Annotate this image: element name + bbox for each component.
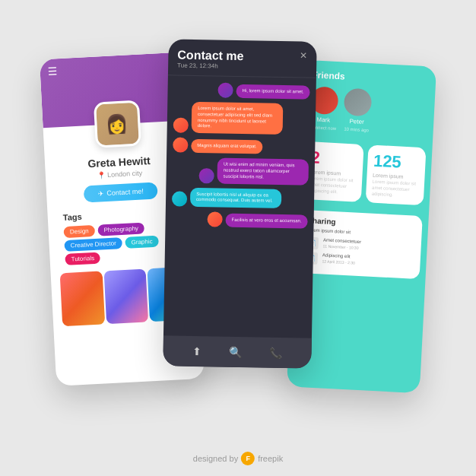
stat-desc-1: Lorem ipsum dolor sit amet consectetuer … — [309, 176, 356, 196]
sharing-text-2: Adipiscing elit 12 April 2013 - 2:30 — [322, 253, 355, 265]
msg-avatar-5 — [172, 192, 187, 207]
chat-date: Tue 23, 12:34h — [177, 62, 307, 71]
bubble-2: Lorem ipsum dolor sit amet, consectetuer… — [192, 102, 284, 135]
chat-messages: Hi, lorem ipsum dolor sit amet. Lorem ip… — [163, 75, 316, 336]
bubble-4: Ut wisi enim ad minim veniam, quis nostr… — [217, 158, 309, 185]
stat-desc-2: Lorem ipsum dolor sit amet consectetuer … — [372, 179, 419, 200]
avatar-image: 👩 — [96, 103, 139, 146]
friend-name-mark: Mark — [316, 116, 330, 124]
msg-avatar-3 — [173, 138, 188, 153]
friend-avatar-peter — [344, 88, 373, 117]
send-icon: ✈ — [97, 189, 104, 197]
photo-2 — [103, 268, 148, 324]
bubble-1: Hi, lorem ipsum dolor sit amet. — [236, 84, 309, 99]
search-icon[interactable]: 🔍 — [229, 346, 242, 358]
stats-header: Friends Mark Connect now Peter 10 mins a… — [300, 60, 436, 142]
friend-peter: Peter 10 mins ago — [343, 88, 373, 133]
bubble-6: Facilisis at vero eros et accumsan. — [225, 214, 307, 229]
stat-number-1: 2 — [310, 148, 357, 170]
chat-footer: ⬆ 🔍 📞 — [163, 335, 312, 368]
sharing-section: Sharing Lorem ipsum dolor sit 📄 Amet con… — [299, 210, 423, 279]
msg-received-1: Lorem ipsum dolor sit amet, consectetuer… — [173, 101, 310, 135]
msg-sent-1: Hi, lorem ipsum dolor sit amet. — [173, 81, 309, 99]
scene: ☰ ✕ 👩 Greta Hewitt 📍 London city ✈ Conta… — [25, 25, 451, 451]
brand-name: freepik — [258, 454, 283, 463]
msg-sent-3: Facilisis at vero eros et accumsan. — [171, 211, 307, 229]
friends-row: Mark Connect now Peter 10 mins ago — [309, 86, 427, 135]
tag-tutorials[interactable]: Tutorials — [65, 252, 100, 265]
chat-header: Contact me Tue 23, 12:34h ✕ — [168, 39, 317, 78]
tag-creative-director[interactable]: Creative Director — [64, 237, 122, 252]
designed-by-text: designed by — [193, 454, 238, 463]
tag-graphic[interactable]: Graphic — [125, 236, 159, 249]
chat-card: Contact me Tue 23, 12:34h ✕ Hi, lorem ip… — [163, 39, 316, 368]
msg-avatar-4 — [198, 168, 214, 183]
sharing-text-1: Amet consectetuer 11 November - 10:30 — [322, 238, 361, 250]
tag-photography[interactable]: Photography — [97, 222, 144, 236]
location-icon: 📍 — [97, 171, 106, 179]
tags-title: Tags — [62, 207, 180, 222]
msg-received-3: Suscipit lobortis nisl ut aliquip ex ea … — [172, 187, 308, 209]
chat-close-icon[interactable]: ✕ — [300, 50, 307, 61]
avatar: 👩 — [93, 100, 141, 148]
stat-number-2: 125 — [373, 151, 420, 173]
stats-numbers: 2 Lorem ipsum Lorem ipsum dolor sit amet… — [296, 135, 433, 212]
photo-1 — [60, 271, 105, 326]
friend-time-peter: 10 mins ago — [344, 127, 369, 133]
freepik-logo: F — [241, 452, 255, 465]
bubble-3: Magnis aliquam erat volutpat. — [191, 139, 263, 154]
friend-name-peter: Peter — [349, 118, 364, 125]
msg-sent-2: Ut wisi enim ad minim veniam, quis nostr… — [172, 157, 309, 186]
contact-button[interactable]: ✈ Contact me! — [84, 182, 158, 203]
msg-received-2: Magnis aliquam erat volutpat. — [173, 138, 309, 155]
phone-icon[interactable]: 📞 — [269, 347, 282, 359]
upload-icon[interactable]: ⬆ — [192, 345, 202, 357]
footer-credit: designed by F freepik — [193, 452, 283, 465]
stat-box-2: 125 Lorem ipsum Lorem ipsum dolor sit am… — [365, 144, 426, 205]
msg-avatar-2 — [173, 118, 189, 133]
menu-icon[interactable]: ☰ — [47, 65, 58, 78]
msg-avatar-6 — [207, 211, 222, 227]
sharing-item-2: 📄 Adipiscing elit 12 April 2013 - 2:30 — [305, 252, 414, 269]
tag-design[interactable]: Design — [63, 225, 95, 238]
bubble-5: Suscipit lobortis nisl ut aliquip ex ea … — [190, 187, 281, 208]
friends-title: Friends — [312, 69, 427, 86]
msg-avatar-1 — [217, 82, 233, 97]
